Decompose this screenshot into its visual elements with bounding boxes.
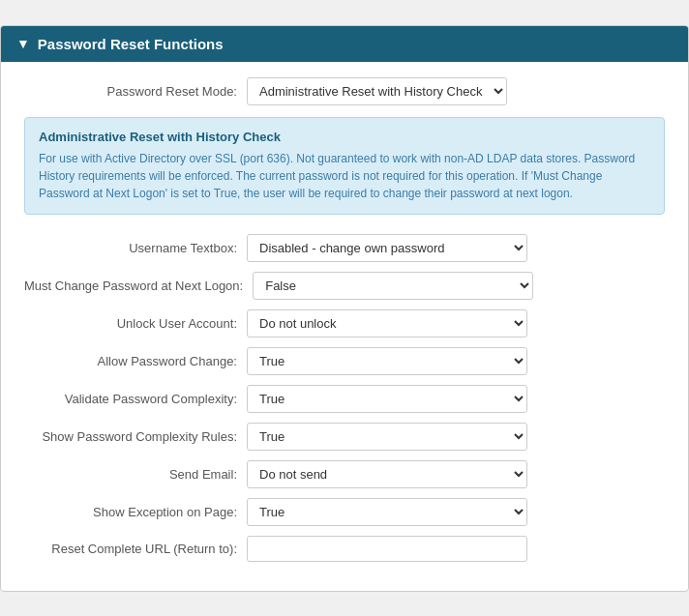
field-label: Validate Password Complexity: (24, 392, 247, 406)
field-label: Show Exception on Page: (24, 505, 247, 519)
field-select-1[interactable]: FalseTrue (253, 272, 533, 300)
info-box-text: For use with Active Directory over SSL (… (39, 150, 650, 202)
form-fields: Username Textbox:Disabled - change own p… (24, 234, 665, 562)
field-control: FalseTrue (253, 272, 533, 300)
field-control: Do not sendSend (247, 460, 527, 488)
collapse-arrow-icon[interactable]: ▼ (16, 36, 30, 51)
form-row: Unlock User Account:Do not unlockUnlock (24, 309, 665, 337)
field-select-7[interactable]: TrueFalse (247, 498, 527, 526)
field-select-4[interactable]: TrueFalse (247, 385, 527, 413)
field-select-6[interactable]: Do not sendSend (247, 460, 527, 488)
field-select-0[interactable]: Disabled - change own passwordEnabledDis… (247, 234, 527, 262)
field-select-2[interactable]: Do not unlockUnlock (247, 309, 527, 337)
field-input-8[interactable] (247, 536, 527, 562)
field-label: Username Textbox: (24, 241, 247, 255)
panel-body: Password Reset Mode: Administrative Rese… (1, 62, 688, 591)
form-row: Reset Complete URL (Return to): (24, 536, 665, 562)
form-row: Username Textbox:Disabled - change own p… (24, 234, 665, 262)
password-reset-mode-select[interactable]: Administrative Reset with History CheckU… (247, 77, 507, 105)
field-select-3[interactable]: TrueFalse (247, 347, 527, 375)
field-label: Must Change Password at Next Logon: (24, 279, 253, 293)
form-row: Send Email:Do not sendSend (24, 460, 665, 488)
form-row: Allow Password Change:TrueFalse (24, 347, 665, 375)
info-box-title: Administrative Reset with History Check (39, 130, 650, 144)
mode-control: Administrative Reset with History CheckU… (247, 77, 507, 105)
field-label: Unlock User Account: (24, 316, 247, 331)
field-control: TrueFalse (247, 385, 527, 413)
field-label: Allow Password Change: (24, 354, 247, 368)
form-row: Show Exception on Page:TrueFalse (24, 498, 665, 526)
field-label: Show Password Complexity Rules: (24, 429, 247, 444)
field-select-5[interactable]: TrueFalse (247, 423, 527, 451)
field-control (247, 536, 527, 562)
form-row: Validate Password Complexity:TrueFalse (24, 385, 665, 413)
field-control: TrueFalse (247, 498, 527, 526)
field-control: TrueFalse (247, 347, 527, 375)
password-reset-panel: ▼ Password Reset Functions Password Rese… (0, 25, 689, 592)
mode-row: Password Reset Mode: Administrative Rese… (24, 77, 665, 105)
form-row: Must Change Password at Next Logon:False… (24, 272, 665, 300)
panel-header: ▼ Password Reset Functions (1, 26, 688, 62)
field-label: Send Email: (24, 467, 247, 482)
field-label: Reset Complete URL (Return to): (24, 542, 247, 556)
field-control: TrueFalse (247, 423, 527, 451)
info-box: Administrative Reset with History Check … (24, 117, 665, 215)
mode-label: Password Reset Mode: (24, 84, 247, 99)
field-control: Do not unlockUnlock (247, 309, 527, 337)
form-row: Show Password Complexity Rules:TrueFalse (24, 423, 665, 451)
field-control: Disabled - change own passwordEnabledDis… (247, 234, 527, 262)
panel-title: Password Reset Functions (38, 36, 224, 52)
